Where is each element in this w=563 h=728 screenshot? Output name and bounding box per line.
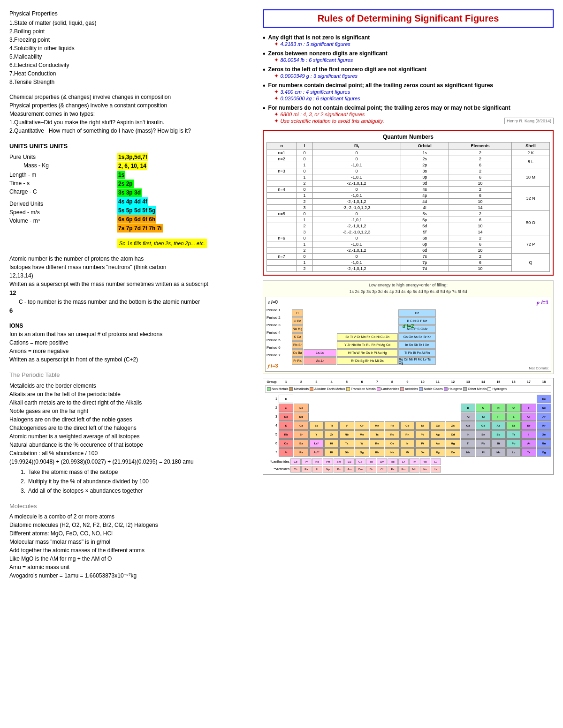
period-7-label: Period 7 xyxy=(266,352,289,359)
elem-Si-cell: Si xyxy=(476,413,490,421)
elem-Pd-cell: Pd xyxy=(415,430,430,439)
physical-properties-title: Physical Properties xyxy=(9,9,253,18)
g2-label: 2 xyxy=(294,380,308,383)
bullet-4: • xyxy=(263,82,266,90)
empty-cell-p1-g11 xyxy=(430,395,445,403)
empty-cell-p1-g4 xyxy=(324,395,339,403)
mol-line-7: Amu = atomic mass unit xyxy=(9,563,253,571)
rule-5-example-1: 6800 mi : 4, 3, or 2 significant figures xyxy=(281,112,365,117)
rule-3-text: Zeros to the left of the first nonzero d… xyxy=(268,66,426,73)
elem-Ni-cell: Ni xyxy=(415,421,430,430)
elem-In-cell: In xyxy=(461,430,475,439)
periodic-table-title: The Periodic Table xyxy=(9,370,253,380)
g8-label: 8 xyxy=(385,380,399,383)
elem-Ar-cell: Ar xyxy=(537,413,551,421)
elem-Hs-cell: Hs xyxy=(385,448,399,457)
legend-actinide: Actinides xyxy=(400,387,418,391)
rule-3: • Zeros to the left of the first nonzero… xyxy=(263,66,554,79)
pt-line-9: Calculation : all % abundance / 100 xyxy=(9,449,253,458)
g11-label: 11 xyxy=(430,380,445,383)
chem-phys-section: Chemical properties (& changes) involve … xyxy=(9,93,253,135)
empty-cell-p1-g5 xyxy=(339,395,354,403)
atomic-line-3: 12,13,14) xyxy=(9,271,253,280)
elem-Ra-cell: Ra xyxy=(294,448,308,457)
Fm: Fm xyxy=(398,466,409,473)
period-6-row: 6CsBaLa*HfTaWReOsIrPtAuHgTlPbBiPoAtRn xyxy=(265,439,551,448)
legend-transition: Transition Metals xyxy=(346,387,376,391)
period-2-label: Period 2 xyxy=(266,314,289,322)
mol-line-6: Like MgO is the AM for mg + the AM of O xyxy=(9,555,253,563)
legend-noble: Noble Gases xyxy=(419,387,442,391)
elem-Ac*-cell: Ac** xyxy=(309,448,324,457)
Md: Md xyxy=(409,466,419,473)
elem-W-cell: W xyxy=(355,439,369,448)
elem-Lv-cell: Lv xyxy=(506,448,521,457)
length-m: Length - m xyxy=(9,171,113,179)
Eu: Eu xyxy=(344,458,355,465)
ions-title: IONS xyxy=(9,322,253,330)
empty-cell-p1-g9 xyxy=(400,395,415,403)
elem-Al-cell: Al xyxy=(461,413,475,421)
elem-Ag-cell: Ag xyxy=(430,430,445,439)
empty-cell-p1-g10 xyxy=(415,395,430,403)
period-6-label-cell: 6 xyxy=(265,439,278,448)
empty-cell-p2-g6 xyxy=(355,404,369,412)
elem-Bh-cell: Bh xyxy=(370,448,384,457)
mol-line-1: A molecule is a combo of 2 or more atoms xyxy=(9,512,253,521)
elem-Se-cell: Se xyxy=(506,421,521,430)
empty-cell-p3-g11 xyxy=(430,413,445,421)
elem-Mc-cell: Mc xyxy=(491,448,506,457)
right-column: Rules of Determining Significant Figures… xyxy=(263,9,554,586)
empty-cell-p2-g11 xyxy=(430,404,445,412)
orbital-1s: 1s xyxy=(117,171,125,179)
elem-C-cell: C xyxy=(476,404,490,412)
elem-Bi-cell: Bi xyxy=(491,439,506,448)
energy-order-text: 1s 2s 2p 3s 3p 3d 4s 4p 3d 4s 4p 5s 4d 5… xyxy=(265,289,551,294)
elem-P-cell: P xyxy=(491,413,506,421)
p1-s: H xyxy=(292,309,303,317)
elem-Fe-cell: Fe xyxy=(385,421,399,430)
prop-8: 8.Tensile Strength xyxy=(9,78,253,86)
legend: Non Metals Metalloids Alkaline Earth Met… xyxy=(265,385,551,393)
pt-line-1: Metalloids are the border elements xyxy=(9,382,253,390)
volume: Volume - m³ xyxy=(9,217,113,225)
star-5a: ✦ xyxy=(274,111,279,118)
bullet-3: • xyxy=(263,66,266,74)
chem-line-5: 2.Quantitative– How much of something do… xyxy=(9,127,253,135)
periodic-table-section: The Periodic Table Metalloids are the bo… xyxy=(9,370,253,495)
elem-Sb-cell: Sb xyxy=(491,430,506,439)
elem-As-cell: As xyxy=(491,421,506,430)
elem-Cd-cell: Cd xyxy=(446,430,460,439)
pt-line-7: Atomic number is a weighted average of a… xyxy=(9,432,253,441)
units-right-col: 1s,3p,5d,7f 2, 6, 10, 14 1s 2s 2p 3s 3p … xyxy=(117,153,207,248)
rule-2-text: Zeros between nonzero digits are signifi… xyxy=(268,50,388,57)
orbital-1s3p: 1s,3p,5d,7f xyxy=(117,153,148,161)
elem-Ga-cell: Ga xyxy=(461,421,475,430)
bullet-5: • xyxy=(263,105,266,112)
p4-s: K Ca xyxy=(292,333,303,341)
empty-cell-p2-g4 xyxy=(324,404,339,412)
pt-line-3: Alkali earth metals are to the direct ri… xyxy=(9,398,253,407)
pt-ol-1: Take the atomic mass of the isotope xyxy=(28,468,118,476)
rule-4: • For numbers contain decimal point; all… xyxy=(263,82,554,102)
elem-K-cell: K xyxy=(279,421,293,430)
mol-line-2: Diatomic molecules (H2, O2, N2, F2, Br2,… xyxy=(9,521,253,529)
qn-row-10: 3-3,-2,-1,0,1,2,34f14 xyxy=(267,204,550,210)
elem-Os-cell: Os xyxy=(385,439,399,448)
rule-1-text: Any digit that is not zero is significan… xyxy=(268,34,370,41)
qn-table: n l ml Orbital Elements Shell n=1001s22 … xyxy=(266,142,550,272)
rule-1-example: 4.2183 m : 5 significant figures xyxy=(281,41,350,47)
chem-line-3: Measurement comes in two types: xyxy=(9,110,253,118)
period-5-label: Period 5 xyxy=(266,337,289,344)
orbital-6s6p6d6f6h: 6s 6p 6d 6f 6h xyxy=(117,215,156,224)
orbital-5s5p5d5f5g: 5s 5p 5d 5f 5g xyxy=(117,206,156,215)
empty-cell-p3-g6 xyxy=(355,413,369,421)
empty-cell-p3-g7 xyxy=(370,413,384,421)
elem-La-cell: La* xyxy=(309,439,324,448)
qn-row-4: n=3003s218 M xyxy=(267,168,550,174)
g14-label: 14 xyxy=(476,380,490,383)
empty-cell-p1-g8 xyxy=(385,395,399,403)
empty-cell-p1-g16 xyxy=(506,395,521,403)
star-4a: ✦ xyxy=(274,89,279,95)
legend-other-metals: Other Metals xyxy=(463,387,487,391)
